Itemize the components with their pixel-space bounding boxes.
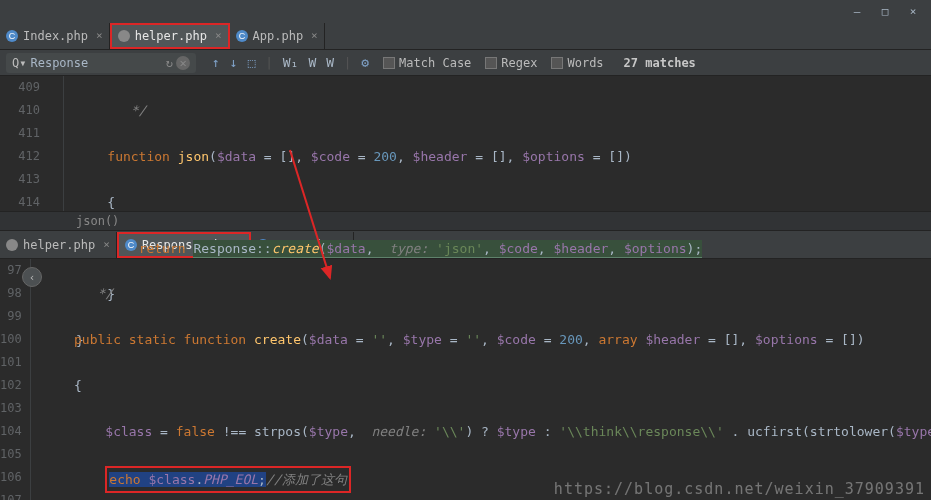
code-area-top[interactable]: */ function json($data = [], $code = 200…	[64, 76, 931, 211]
history-icon[interactable]: ↻	[166, 56, 173, 70]
nav-back-icon[interactable]: ‹	[22, 267, 42, 287]
code-area-bottom[interactable]: */ public static function create($data =…	[31, 259, 931, 500]
tab-index-php[interactable]: C Index.php ×	[0, 23, 110, 49]
words-label: Words	[567, 56, 603, 70]
close-button[interactable]: ×	[899, 1, 927, 21]
window-titlebar: — □ ×	[0, 0, 931, 22]
fold-gutter	[48, 76, 64, 211]
search-query[interactable]: Response	[30, 56, 88, 70]
close-icon[interactable]: ×	[311, 29, 318, 42]
settings-icon[interactable]: ⚙	[361, 55, 369, 70]
prev-match-icon[interactable]: ↑	[212, 55, 220, 70]
add-selection-icon[interactable]: W₁	[283, 55, 299, 70]
find-input-wrapper[interactable]: Q▾ Response ↻ ✕	[6, 53, 196, 73]
php-file-icon	[118, 30, 130, 42]
match-count: 27 matches	[624, 56, 696, 70]
editor-pane-top: 409410411412413414 */ function json($dat…	[0, 76, 931, 211]
line-gutter: 979899100101102103104105106107	[0, 259, 30, 500]
regex-label: Regex	[501, 56, 537, 70]
editor-pane-bottom: 979899100101102103104105106107 */ public…	[0, 259, 931, 500]
select-word-icon[interactable]: W	[308, 55, 316, 70]
search-icon: Q▾	[12, 56, 26, 70]
select-all-icon[interactable]: ⬚	[248, 55, 256, 70]
php-class-icon: C	[6, 30, 18, 42]
minimize-button[interactable]: —	[843, 1, 871, 21]
next-match-icon[interactable]: ↓	[230, 55, 238, 70]
close-icon[interactable]: ×	[215, 29, 222, 42]
tab-label: helper.php	[135, 29, 207, 43]
php-class-icon: C	[236, 30, 248, 42]
regex-checkbox[interactable]	[485, 57, 497, 69]
tab-helper-php[interactable]: helper.php ×	[110, 23, 230, 49]
highlighted-echo-line: echo $class.PHP_EOL;//添加了这句	[105, 466, 350, 493]
svg-point-5	[6, 239, 18, 251]
svg-text:C: C	[9, 31, 16, 41]
word-icon[interactable]: W	[326, 55, 334, 70]
line-gutter: 409410411412413414	[0, 76, 48, 211]
maximize-button[interactable]: □	[871, 1, 899, 21]
svg-text:C: C	[238, 31, 245, 41]
tab-label: Index.php	[23, 29, 88, 43]
tab-label: App.php	[253, 29, 304, 43]
match-case-checkbox[interactable]	[383, 57, 395, 69]
words-checkbox[interactable]	[551, 57, 563, 69]
close-icon[interactable]: ×	[96, 29, 103, 42]
editor-tabs-top: C Index.php × helper.php × C App.php ×	[0, 22, 931, 50]
tab-app-php[interactable]: C App.php ×	[230, 23, 325, 49]
watermark: https://blog.csdn.net/weixin_37909391	[554, 480, 925, 498]
clear-icon[interactable]: ✕	[176, 56, 190, 70]
match-case-label: Match Case	[399, 56, 471, 70]
svg-point-2	[118, 30, 130, 42]
find-toolbar: Q▾ Response ↻ ✕ ↑ ↓ ⬚ | W₁ W W | ⚙ Match…	[0, 50, 931, 76]
php-file-icon	[6, 239, 18, 251]
